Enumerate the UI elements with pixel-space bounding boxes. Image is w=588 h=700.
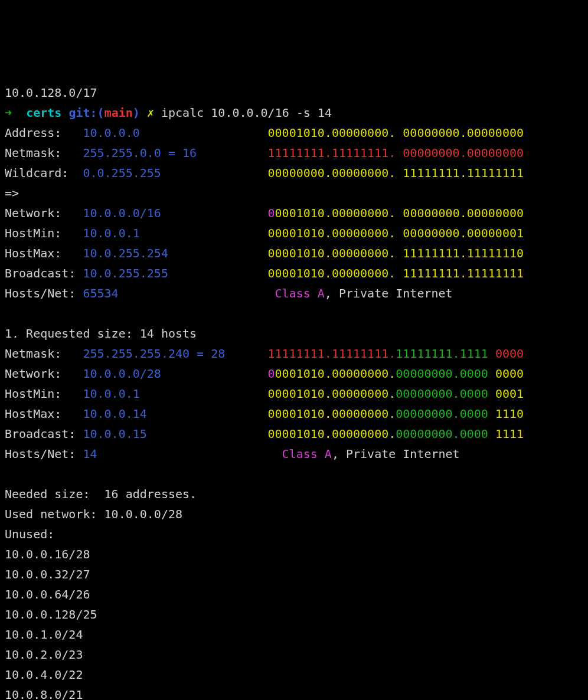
output-row: Broadcast: 10.0.0.15 00001010.00000000.0… (5, 424, 583, 444)
output-row: Netmask: 255.255.0.0 = 16 11111111.11111… (5, 143, 583, 163)
unused-network: 10.0.8.0/21 (5, 685, 583, 700)
unused-network: 10.0.1.0/24 (5, 624, 583, 645)
hosts-row: Hosts/Net: 65534 Class A, Private Intern… (5, 283, 583, 303)
unused-network: 10.0.0.16/28 (5, 544, 583, 564)
output-row: Network: 10.0.0.0/28 00001010.00000000.0… (5, 364, 583, 384)
blank (5, 303, 583, 323)
output-row: Address: 10.0.0.0 00001010.00000000. 000… (5, 123, 583, 143)
terminal-output: 10.0.128.0/17➜ certs git:(main) ✗ ipcalc… (5, 83, 583, 700)
prompt-line[interactable]: ➜ certs git:(main) ✗ ipcalc 10.0.0.0/16 … (5, 103, 583, 123)
output-row: HostMax: 10.0.255.254 00001010.00000000.… (5, 243, 583, 263)
hosts-row: Hosts/Net: 14 Class A, Private Internet (5, 444, 583, 464)
separator: => (5, 183, 583, 203)
subnet-header: 1. Requested size: 14 hosts (5, 323, 583, 344)
unused-label: Unused: (5, 524, 583, 544)
unused-network: 10.0.0.128/25 (5, 604, 583, 624)
unused-network: 10.0.0.32/27 (5, 564, 583, 584)
output-row: Broadcast: 10.0.255.255 00001010.0000000… (5, 263, 583, 283)
output-row: HostMin: 10.0.0.1 00001010.00000000.0000… (5, 384, 583, 404)
needed-size: Needed size: 16 addresses. (5, 484, 583, 504)
output-row: Network: 10.0.0.0/16 00001010.00000000. … (5, 203, 583, 223)
unused-network: 10.0.0.64/26 (5, 584, 583, 604)
blank (5, 464, 583, 484)
unused-network: 10.0.2.0/23 (5, 645, 583, 665)
prev-output-line: 10.0.128.0/17 (5, 83, 583, 103)
output-row: HostMin: 10.0.0.1 00001010.00000000. 000… (5, 223, 583, 243)
output-row: Wildcard: 0.0.255.255 00000000.00000000.… (5, 163, 583, 183)
used-network: Used network: 10.0.0.0/28 (5, 504, 583, 524)
output-row: Netmask: 255.255.255.240 = 28 11111111.1… (5, 344, 583, 364)
unused-network: 10.0.4.0/22 (5, 665, 583, 685)
output-row: HostMax: 10.0.0.14 00001010.00000000.000… (5, 404, 583, 424)
